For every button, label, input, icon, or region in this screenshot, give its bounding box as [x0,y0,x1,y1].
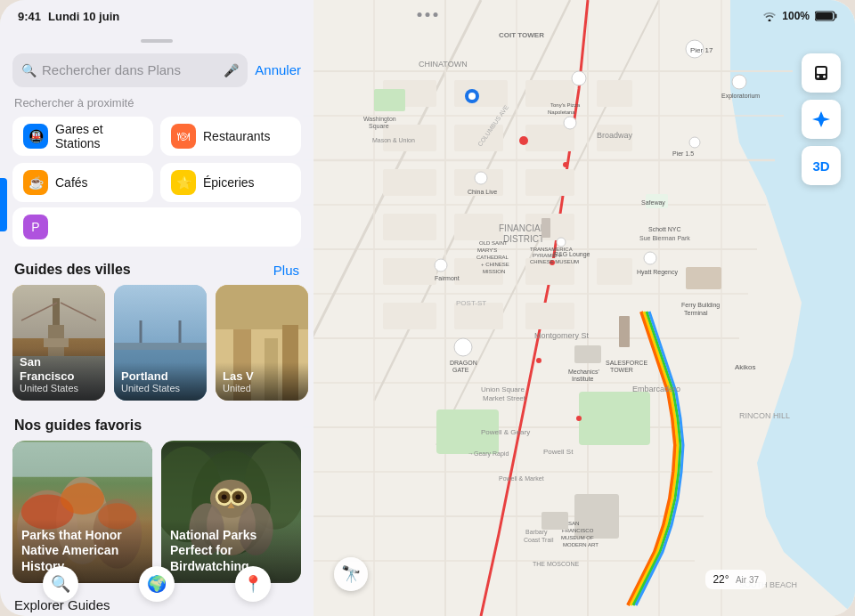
category-transit[interactable]: 🚇 Gares et Stations [12,117,153,156]
svg-text:Schott NYC: Schott NYC [648,226,681,232]
svg-text:DISTRICT: DISTRICT [503,234,544,244]
guide-card-lasvegas[interactable]: Las V United [216,285,308,401]
svg-point-152 [61,483,104,515]
svg-point-77 [435,259,447,272]
svg-rect-65 [619,316,630,347]
svg-text:Pier 17: Pier 17 [690,46,713,54]
fav-guides-header: Nos guides favoris [0,405,314,441]
binoculars-button[interactable]: 🔭 [334,557,368,591]
svg-text:Powell & Geary: Powell & Geary [481,428,530,436]
category-restaurants[interactable]: 🍽 Restaurants [160,117,301,156]
svg-rect-25 [454,125,503,151]
svg-rect-43 [579,392,650,445]
bottom-icon-3[interactable]: 📍 [235,566,271,602]
svg-text:Tony's Pizza: Tony's Pizza [550,102,581,108]
svg-rect-32 [454,214,503,240]
guide-lasvegas-overlay: Las V United [216,362,308,401]
transit-button[interactable] [802,53,841,93]
bottom-bar: 🔍 🌍 📍 [12,566,301,602]
fav-guides-title: Nos guides favoris [14,417,142,434]
city-guides-more[interactable]: Plus [273,263,299,278]
svg-rect-134 [44,338,69,347]
svg-text:CHINATOWN: CHINATOWN [419,60,468,69]
svg-text:Fairmont: Fairmont [435,275,460,281]
svg-text:Broadway: Broadway [597,131,633,140]
guide-sf-overlay: San Francisco United States [12,348,105,401]
svg-rect-138 [114,343,207,350]
fav-card-parks[interactable]: Parks that Honor Native American History [12,441,152,583]
svg-point-68 [563,162,568,167]
cancel-button[interactable]: Annuler [255,62,301,77]
mic-icon[interactable]: 🎤 [224,63,239,77]
categories-grid: 🚇 Gares et Stations 🍽 Restaurants ☕ Café… [0,117,314,207]
svg-point-82 [644,252,656,264]
svg-text:Pier 1.5: Pier 1.5 [672,150,694,157]
svg-text:Institute: Institute [572,376,594,382]
status-bar-right: 100% [762,10,837,22]
guide-card-sf[interactable]: San Francisco United States [12,285,105,401]
svg-rect-108 [574,345,601,363]
svg-point-102 [557,238,566,247]
city-guides-title: Guides des villes [14,262,131,278]
search-container: 🔍 Rechercher dans Plans 🎤 Annuler [0,53,314,96]
svg-text:Hyatt Regency: Hyatt Regency [637,269,678,276]
fav-card-birds[interactable]: National Parks Perfect for Birdwatching [161,441,301,583]
svg-point-57 [732,75,746,89]
svg-text:Coast Trail: Coast Trail [524,537,554,543]
search-icon: 🔍 [21,63,37,77]
temperature-badge: 22° Air 37 [705,570,766,589]
svg-text:Union Square: Union Square [481,385,525,393]
svg-rect-30 [525,169,574,196]
guide-portland-subtitle: United States [121,383,200,393]
svg-point-59 [689,137,700,148]
svg-text:GATE: GATE [452,367,469,373]
svg-text:Embarcadero: Embarcadero [632,385,680,393]
svg-text:POST-ST: POST-ST [456,299,486,307]
svg-text:Napoletana: Napoletana [548,109,575,115]
extra1-icon: P [23,215,48,239]
svg-text:Akikos: Akikos [735,363,756,371]
svg-rect-23 [454,80,508,107]
guide-lasvegas-title: Las V [223,369,301,384]
svg-rect-31 [383,214,436,240]
svg-text:Mechanics': Mechanics' [568,369,599,375]
svg-rect-41 [525,303,574,329]
svg-text:Powell & Market: Powell & Market [499,475,544,482]
svg-text:TRANSAMERICA: TRANSAMERICA [530,247,573,252]
guide-card-portland[interactable]: Portland United States [114,285,207,401]
bottom-icon-1[interactable]: 🔍 [43,566,78,602]
svg-rect-173 [817,68,826,74]
map-area: CHINATOWN FINANCIAL DISTRICT Embarcadero… [303,0,855,616]
svg-text:CHINESE MUSEUM: CHINESE MUSEUM [530,259,579,264]
svg-rect-104 [542,218,550,238]
search-bar[interactable]: 🔍 Rechercher dans Plans 🎤 [12,53,248,87]
svg-text:SALESFORCE: SALESFORCE [606,360,647,366]
guide-sf-subtitle: United States [20,383,98,393]
svg-rect-36 [383,258,436,285]
category-extra1[interactable]: P [12,207,301,247]
3d-button[interactable]: 3D [802,146,841,185]
category-cafes[interactable]: ☕ Cafés [12,163,153,202]
svg-rect-42 [597,258,632,285]
svg-text:Square: Square [369,123,389,130]
svg-rect-154 [12,442,152,477]
device-frame: CHINATOWN FINANCIAL DISTRICT Embarcadero… [0,0,855,616]
location-button[interactable] [802,100,841,139]
svg-rect-38 [383,303,436,329]
restaurant-icon: 🍽 [171,124,196,149]
svg-text:Barbary: Barbary [525,529,548,536]
bottom-icon-2[interactable]: 🌍 [139,566,175,602]
svg-text:Washington: Washington [363,116,396,123]
svg-text:China Live: China Live [468,189,497,195]
svg-point-116 [475,172,487,184]
svg-text:MODERN ART: MODERN ART [563,542,598,547]
drag-handle[interactable] [141,39,173,43]
transit-icon: 🚇 [23,124,48,149]
svg-text:SAN: SAN [568,521,579,526]
map-controls: 3D [802,53,841,185]
svg-text:Ferry Building: Ferry Building [681,302,720,309]
category-grocery[interactable]: ⭐ Épiceries [160,163,301,202]
cafe-label: Cafés [55,175,88,190]
svg-text:PYRAMID +: PYRAMID + [533,253,562,258]
guide-lasvegas-subtitle: United [223,383,301,393]
